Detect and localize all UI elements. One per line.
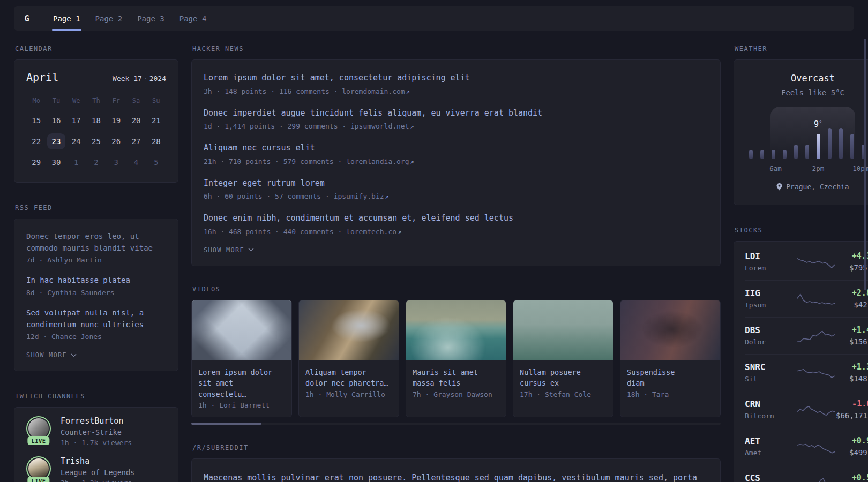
twitch-channel-meta: 1h · 1.7k viewers [61, 439, 132, 447]
weekday-label: Tu [53, 95, 60, 106]
video-card[interactable]: Mauris sit amet massa felis 7h · Grayson… [406, 300, 506, 418]
stock-price: $42.04 [836, 300, 868, 309]
weather-card: Overcast Feels like 5°C 9° 6am 2pm 10pm [734, 59, 868, 205]
time-label: 6am [769, 164, 782, 172]
twitch-header: TWITCH CHANNELS [15, 393, 178, 400]
hn-item-domain-link[interactable]: loremdomain.com [342, 87, 405, 95]
weather-location-text: Prague, Czechia [786, 183, 849, 191]
weather-bar [760, 150, 764, 159]
stocks-header: STOCKS [735, 227, 868, 234]
stock-values: +1.36% $148.64 [836, 362, 868, 383]
subreddit-header: /R/SUBREDDIT [192, 444, 721, 451]
stock-sparkline [796, 363, 836, 381]
weekday-label: Th [92, 95, 100, 106]
weather-time-labels: 6am 2pm 10pm [749, 164, 868, 174]
video-title: Suspendisse diam [620, 360, 676, 389]
rss-item: Sed volutpat nulla nisl, a condimentum n… [26, 307, 166, 341]
stock-row[interactable]: DBS Dolor +1.42% $156.28 [745, 317, 868, 354]
twitch-channel-row[interactable]: LIVE Trisha League of Legends 3h · 1.2k … [26, 456, 166, 482]
video-card[interactable]: Aliquam tempor dolor nec pharetra… 1h · … [298, 300, 399, 418]
hn-item-meta: 1d · 1,414 points · 299 comments · ipsum… [204, 122, 708, 130]
stock-row[interactable]: LDI Lorem +4.35% $795.18 [745, 244, 868, 280]
show-more-label: SHOW MORE [26, 351, 67, 359]
video-meta: 1h · Molly Carrillo [299, 389, 399, 406]
hn-item-domain-link[interactable]: loremlandia.org [346, 157, 409, 165]
location-pin-icon [776, 183, 782, 191]
calendar-grid: 15 16 17 18 19 20 21 22 23 24 25 26 27 2… [26, 112, 166, 170]
calendar-day-next-month: 4 [127, 154, 145, 170]
hn-item-link[interactable]: Integer eget rutrum lorem [204, 177, 708, 190]
weather-bars [749, 115, 868, 159]
twitch-channel-name[interactable]: ForrestBurton [61, 416, 132, 426]
subreddit-widget: /R/SUBREDDIT Maecenas mollis pulvinar er… [191, 444, 721, 482]
hn-item-link[interactable]: Donec imperdiet augue tincidunt felis al… [204, 107, 708, 119]
page: G Page 1 Page 2 Page 3 Page 4 CALENDAR A… [0, 0, 868, 482]
hn-item-link[interactable]: Lorem ipsum dolor sit amet, consectetur … [204, 72, 708, 84]
stock-change: +1.42% [836, 325, 868, 335]
stock-id: CRN Bitcorn [745, 399, 796, 420]
calendar-day: 18 [87, 112, 105, 129]
subreddit-post-link[interactable]: Maecenas mollis pulvinar erat non posuer… [204, 471, 708, 482]
external-link-icon: ↗ [396, 228, 401, 236]
weather-bar [794, 145, 798, 159]
tab-page-4[interactable]: Page 4 [172, 6, 214, 31]
calendar-top: April Week 17·2024 [26, 71, 166, 84]
rss-item-meta: 12d · Chance Jones [26, 333, 166, 341]
stock-price: $66,171.48 [836, 411, 868, 420]
stock-row[interactable]: CCS Consectetur +0.51% $165.84 [745, 465, 868, 482]
video-card[interactable]: Suspendisse diam 18h · Tara [620, 300, 721, 418]
calendar-month: April [26, 71, 58, 84]
nav-tabs: Page 1 Page 2 Page 3 Page 4 [40, 6, 219, 31]
stock-symbol: IIG [745, 288, 796, 298]
stock-sparkline [796, 400, 836, 418]
page-scrollbar-thumb[interactable] [864, 39, 866, 290]
video-card[interactable]: Nullam posuere cursus ex 17h · Stefan Co… [513, 300, 613, 418]
hn-item-link[interactable]: Donec enim nibh, condimentum et accumsan… [204, 212, 708, 224]
stock-price: $499.72 [836, 448, 868, 457]
stock-row[interactable]: AET Amet +0.92% $499.72 [745, 428, 868, 465]
external-link-icon: ↗ [384, 193, 389, 200]
twitch-channel-name[interactable]: Trisha [61, 456, 134, 466]
calendar-day: 17 [67, 112, 85, 129]
stock-row[interactable]: IIG Ipsum +2.84% $42.04 [745, 280, 868, 317]
stock-row[interactable]: SNRC Sit +1.36% $148.64 [745, 354, 868, 391]
calendar-day: 27 [127, 133, 145, 149]
hn-item-link[interactable]: Aliquam nec cursus elit [204, 142, 708, 154]
stock-sparkline [796, 474, 836, 482]
rss-header: RSS FEED [15, 204, 178, 212]
videos-scrollbar-thumb[interactable] [191, 423, 261, 425]
weather-feels-like: Feels like 5°C [745, 88, 868, 97]
tab-page-2[interactable]: Page 2 [88, 6, 130, 31]
calendar-year: 2024 [149, 74, 166, 82]
stock-name: Lorem [745, 264, 796, 272]
weather-bar [817, 134, 820, 159]
hn-item-meta: 3h · 148 points · 116 comments · loremdo… [204, 87, 708, 95]
hn-item-domain-link[interactable]: ipsumify.biz [334, 192, 384, 200]
videos-scrollbar-track[interactable] [191, 423, 721, 425]
tab-page-1[interactable]: Page 1 [46, 6, 88, 31]
app-logo[interactable]: G [14, 6, 40, 31]
calendar-day-selected: 23 [47, 133, 65, 149]
hn-item-domain-link[interactable]: loremtech.co [346, 228, 396, 236]
twitch-channel-row[interactable]: LIVE ForrestBurton Counter-Strike 1h · 1… [26, 416, 166, 447]
stock-name: Amet [745, 449, 796, 457]
rss-show-more-button[interactable]: SHOW MORE [26, 351, 77, 359]
hn-item-domain-link[interactable]: ipsumworld.net [350, 122, 409, 130]
calendar-week-dot: · [142, 74, 149, 82]
rss-item-meta: 7d · Ashlyn Martin [26, 256, 166, 264]
video-card[interactable]: Lorem ipsum dolor sit amet consectetu… 1… [191, 300, 292, 418]
rss-item-link[interactable]: Sed volutpat nulla nisl, a condimentum n… [26, 307, 166, 330]
stock-symbol: CCS [745, 473, 796, 482]
stock-values: +2.84% $42.04 [836, 288, 868, 309]
rss-item-link[interactable]: Donec tempor eros leo, ut commodo mauris… [26, 231, 166, 254]
middle-column: HACKER NEWS Lorem ipsum dolor sit amet, … [191, 45, 721, 482]
rss-card: Donec tempor eros leo, ut commodo mauris… [14, 219, 178, 371]
twitch-avatar-wrap: LIVE [26, 416, 51, 441]
stock-price: $156.28 [836, 337, 868, 346]
avatar-image [28, 458, 49, 479]
stock-row[interactable]: CRN Bitcorn -1.00% $66,171.48 [745, 391, 868, 428]
hn-show-more-button[interactable]: SHOW MORE [204, 246, 254, 254]
tab-page-3[interactable]: Page 3 [130, 6, 172, 31]
rss-item-link[interactable]: In hac habitasse platea [26, 275, 166, 287]
hn-item: Donec enim nibh, condimentum et accumsan… [204, 212, 708, 236]
